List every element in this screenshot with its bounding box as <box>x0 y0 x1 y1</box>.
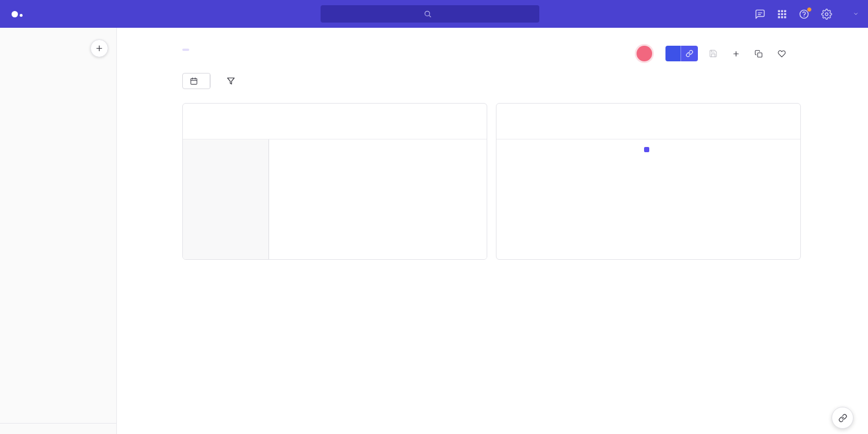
project-switcher[interactable] <box>847 11 859 17</box>
share-split-button <box>665 46 698 61</box>
bar-chart-card <box>182 103 487 260</box>
logo-dot-small <box>20 14 23 17</box>
floating-link-button[interactable] <box>832 407 854 429</box>
chevron-down-icon <box>853 11 859 17</box>
global-search-input[interactable] <box>321 5 539 23</box>
app-logo[interactable] <box>12 11 23 17</box>
feedback-icon[interactable] <box>755 9 766 20</box>
calendar-icon <box>190 77 198 85</box>
visibility-badge <box>182 49 189 51</box>
filter-funnel-icon <box>227 77 235 85</box>
help-icon[interactable] <box>799 9 810 20</box>
plus-icon <box>733 50 740 57</box>
link-icon <box>838 414 847 422</box>
sidebar-footer <box>0 423 116 434</box>
bar-chart <box>183 139 487 260</box>
help-notification-badge <box>807 7 812 12</box>
line-chart <box>496 139 800 156</box>
add-dashboard-button[interactable] <box>90 39 108 57</box>
share-link-button[interactable] <box>681 46 698 61</box>
date-range-control <box>182 73 211 89</box>
save-button[interactable] <box>709 49 722 58</box>
chart-legend <box>496 144 800 155</box>
favorite-button[interactable] <box>778 50 790 58</box>
topbar-right <box>755 9 859 20</box>
search-icon <box>424 10 432 18</box>
share-button[interactable] <box>665 46 681 61</box>
line-chart-card <box>496 103 801 260</box>
legend-swatch <box>644 147 649 152</box>
heart-icon <box>778 50 786 58</box>
duplicate-button[interactable] <box>755 50 767 58</box>
copy-icon <box>755 50 763 58</box>
logo-dot-large <box>12 11 18 17</box>
topbar <box>0 0 868 28</box>
link-icon <box>686 50 693 57</box>
main-content <box>117 28 868 434</box>
settings-gear-icon[interactable] <box>821 9 832 20</box>
add-report-button[interactable] <box>733 50 744 57</box>
apps-grid-icon[interactable] <box>777 9 787 19</box>
sidebar <box>0 28 117 434</box>
save-icon <box>709 49 718 58</box>
header-actions <box>637 46 801 61</box>
filter-button[interactable] <box>227 77 240 85</box>
toolbar <box>182 73 801 89</box>
date-range-picker[interactable] <box>183 73 210 89</box>
avatar[interactable] <box>637 46 652 61</box>
